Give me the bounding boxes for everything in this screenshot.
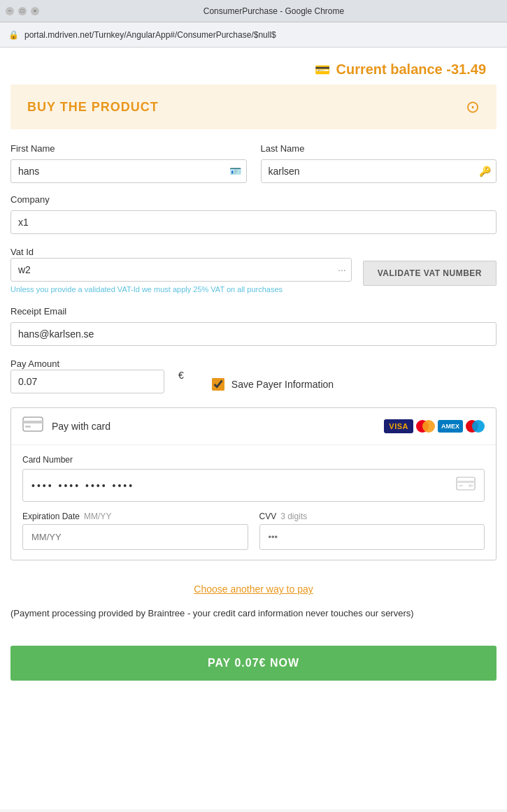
svg-rect-1 (23, 421, 43, 423)
visa-logo: VISA (384, 419, 413, 433)
last-name-wrapper: 🔑 (261, 159, 497, 183)
first-name-label: First Name (10, 143, 247, 154)
save-payer-group: Save Payer Information (212, 378, 334, 391)
currency-symbol: € (178, 370, 184, 388)
cvv-input[interactable] (259, 524, 485, 550)
card-header-left: Pay with card (22, 416, 110, 436)
card-section: Pay with card VISA AMEX Card Number ••••… (10, 407, 497, 560)
svg-rect-4 (457, 481, 475, 483)
pay-amount-row: Pay Amount € Save Payer Information (10, 357, 497, 393)
last-name-input[interactable] (261, 159, 497, 183)
card-number-label: Card Number (22, 455, 485, 465)
lock-icon: 🔒 (8, 30, 19, 40)
svg-rect-0 (23, 417, 43, 431)
save-payer-label: Save Payer Information (231, 379, 334, 390)
first-name-input[interactable] (10, 159, 247, 183)
card-body: Card Number •••• •••• •••• •••• Ex (11, 445, 496, 560)
receipt-email-label: Receipt Email (10, 306, 497, 317)
buy-product-icon: ⊙ (466, 97, 480, 117)
pay-now-label: PAY 0.07€ NOW (208, 657, 299, 669)
last-name-autofill-icon: 🔑 (479, 166, 491, 177)
last-name-group: Last Name 🔑 (261, 143, 497, 183)
vat-id-wrapper: ··· (10, 258, 352, 282)
pay-with-card-text: Pay with card (52, 421, 110, 432)
pay-now-button[interactable]: PAY 0.07€ NOW (10, 646, 497, 681)
page-content: 💳 Current balance -31.49 BUY THE PRODUCT… (0, 48, 507, 809)
braintree-notice-text: (Payment processing provided by Braintre… (10, 608, 414, 618)
address-bar: 🔒 portal.mdriven.net/Turnkey/AngularApp#… (0, 22, 507, 48)
vat-hint: Unless you provide a validated VAT-Id we… (10, 284, 352, 295)
maximize-button[interactable]: □ (18, 7, 27, 15)
card-type-icon (456, 477, 476, 494)
expiry-input[interactable] (22, 524, 248, 550)
company-input[interactable] (10, 210, 497, 234)
vat-row: Vat Id ··· Unless you provide a validate… (10, 245, 497, 295)
balance-icon: 💳 (315, 62, 330, 78)
purchase-form: First Name 🪪 Last Name 🔑 Company (0, 143, 507, 393)
expiry-field: Expiration Date MM/YY (22, 512, 248, 550)
card-logos: VISA AMEX (384, 419, 485, 433)
svg-rect-5 (459, 485, 463, 486)
buy-product-banner: BUY THE PRODUCT ⊙ (10, 85, 497, 129)
pay-amount-label: Pay Amount (10, 358, 59, 369)
company-label: Company (10, 194, 497, 205)
card-number-input-wrapper[interactable]: •••• •••• •••• •••• (22, 469, 485, 502)
vat-left: Vat Id ··· Unless you provide a validate… (10, 245, 352, 295)
vat-id-label: Vat Id (10, 247, 34, 257)
card-row2: Expiration Date MM/YY CVV 3 digits (22, 512, 485, 550)
minimize-button[interactable]: − (6, 7, 14, 15)
first-name-group: First Name 🪪 (10, 143, 247, 183)
chrome-titlebar: − □ × ConsumerPurchase - Google Chrome (0, 0, 507, 22)
first-name-wrapper: 🪪 (10, 159, 247, 183)
receipt-email-group: Receipt Email (10, 306, 497, 346)
close-button[interactable]: × (31, 7, 39, 15)
choose-another-section: Choose another way to pay (0, 572, 507, 607)
svg-rect-2 (25, 426, 31, 428)
cvv-label: CVV 3 digits (259, 512, 485, 521)
amex-logo: AMEX (438, 420, 463, 433)
maestro-logo (466, 420, 485, 433)
browser-title: ConsumerPurchase - Google Chrome (46, 6, 501, 16)
last-name-label: Last Name (261, 143, 497, 154)
spacer (0, 632, 507, 646)
cvv-field: CVV 3 digits (259, 512, 485, 550)
save-payer-checkbox[interactable] (212, 378, 224, 391)
buy-product-title: BUY THE PRODUCT (27, 100, 159, 115)
card-chip-icon (22, 416, 43, 436)
vat-id-icon: ··· (338, 264, 346, 275)
card-number-dots: •••• •••• •••• •••• (31, 480, 456, 491)
card-header: Pay with card VISA AMEX (11, 408, 496, 445)
current-balance: Current balance -31.49 (336, 61, 486, 78)
name-row: First Name 🪪 Last Name 🔑 (10, 143, 497, 183)
receipt-email-input[interactable] (10, 322, 497, 346)
mastercard-logo (416, 420, 435, 433)
first-name-autofill-icon: 🪪 (229, 166, 241, 177)
pay-amount-input[interactable] (10, 370, 164, 393)
pay-amount-group: Pay Amount (10, 357, 164, 393)
braintree-notice: (Payment processing provided by Braintre… (0, 607, 507, 632)
vat-id-input[interactable] (10, 258, 352, 282)
company-group: Company (10, 194, 497, 234)
balance-header: 💳 Current balance -31.49 (0, 48, 507, 85)
svg-point-7 (471, 484, 473, 487)
url-text: portal.mdriven.net/Turnkey/AngularApp#/C… (24, 30, 276, 40)
chrome-window-controls[interactable]: − □ × (6, 7, 39, 15)
expiry-label: Expiration Date MM/YY (22, 512, 248, 521)
choose-another-link[interactable]: Choose another way to pay (194, 583, 313, 595)
validate-vat-button[interactable]: VALIDATE VAT NUMBER (363, 261, 497, 286)
svg-rect-3 (457, 477, 475, 490)
